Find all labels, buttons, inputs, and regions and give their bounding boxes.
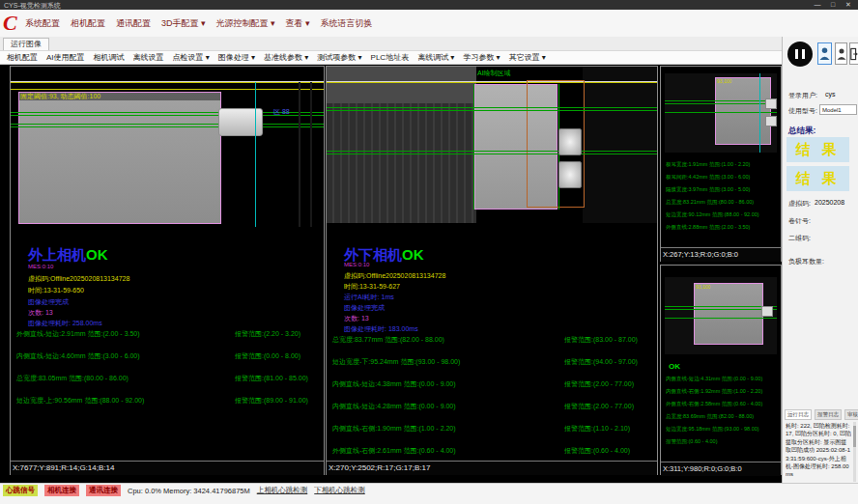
measurement-line: 极耳宽度:1.91mm 范围:(1.00 - 2.20) [666,161,750,168]
tool-learning-params[interactable]: 学习参数 ▾ [463,52,500,63]
camera-image-outer-upper[interactable]: 固定阈值:93, 动态阈值:100 区 88 [11,81,324,227]
menu-comm-config[interactable]: 通讯配置 [116,17,151,30]
camera-name: 外下相机 [344,247,402,263]
camera-image-outer-lower[interactable]: AI绘制区域 [327,67,657,223]
gripper-part [218,108,263,136]
measurement-row: 短边宽度-上:90.56mm 范围:(88.00 - 92.00) 报警范围:(… [16,396,324,405]
model-select[interactable]: Model1 [819,104,857,115]
pause-icon [795,49,798,59]
measurement-value: 内侧直线-短边:4.28mm 范围:(0.00 - 9.00) [332,402,456,411]
alarm-range: 报警范围:(2.20 - 3.20) [235,329,300,339]
measurement-value: 总宽度:83.05mm 范围:(80.00 - 86.00) [16,374,129,383]
user-icon [819,46,830,61]
tool-baseline-params[interactable]: 基准线参数 ▾ [264,52,308,63]
log-scrollbar[interactable] [853,422,856,482]
side-panel: 登录用户: cys 使用型号: Model1 总结果: 结 果 结 果 虚拟码:… [782,37,858,483]
measurement-row: 内侧直线-短边:4.28mm 范围:(0.00 - 9.00) 报警范围:(2.… [332,402,657,410]
process-time-line: 图像处理耗时: 183.00ms [344,324,418,334]
time-line: 时间:13-31-59-627 [344,282,400,292]
menu-system-config[interactable]: 系统配置 [25,17,60,30]
upper-camera-heartbeat-link[interactable]: 上相机心跳检测 [257,486,308,495]
negative-tab-count-label: 负极耳数量: [788,257,824,266]
measure-line [327,110,657,111]
measurement-value: 总宽度:83.77mm 范围:(82.00 - 88.00) [332,335,444,345]
tool-camera-debug[interactable]: 相机调试 [94,52,125,63]
menu-camera-config[interactable]: 相机配置 [71,17,105,30]
pause-button[interactable] [787,42,813,67]
cpu-memory-status: Cpu: 0.0% Memory: 3424.41796875M [128,487,250,495]
alarm-range: 报警范围:(89.00 - 91.00) [235,396,308,406]
measure-line [665,309,777,310]
result-box-upper: 结 果 [786,137,849,162]
tool-image-processing[interactable]: 图像处理 ▾ [218,52,255,63]
measurement-value: 外侧直线-短边:2.91mm 范围:(2.00 - 3.50) [16,329,140,339]
menu-view[interactable]: 查看 ▾ [286,17,310,30]
tool-other-settings[interactable]: 其它设置 ▾ [509,52,546,63]
close-button[interactable]: ✕ [841,0,856,10]
login-user-button[interactable] [817,42,832,65]
result-text: 结 果 [796,170,841,188]
barcode-line: 虚拟码:Offline2025020813134728 [28,274,129,284]
measurement-value: 内侧直线-右侧:1.90mm 范围:(1.00 - 2.20) [332,424,456,434]
alarm-range: 报警范围:(2.00 - 77.00) [564,379,634,389]
heartbeat-status-badge: 心跳信号 [3,485,38,496]
menu-items: 系统配置 相机配置 通讯配置 3D手配置 ▾ 光源控制配置 ▾ 查看 ▾ 系统语… [25,10,373,37]
time-line: 时间:13-31-59-650 [28,286,84,295]
tool-test-item-params[interactable]: 测试项参数 ▾ [317,52,361,63]
tool-camera-config[interactable]: 相机配置 [7,52,38,63]
camera-image-inner-lower[interactable]: 93,100 [665,277,777,354]
tool-spot-check-settings[interactable]: 点检设置 ▾ [173,52,210,63]
menu-language-switch[interactable]: 系统语言切换 [321,17,373,30]
pixel-coordinates-bar: X:267;Y:13;R:0;G:0;B:0 [661,247,781,262]
comm-connection-badge: 通讯连接 [86,485,121,496]
measurement-line: 报警范围:(0.60 - 4.00) [666,438,718,445]
measure-line [11,82,324,83]
reference-line [255,82,256,227]
login-user-value: cys [825,91,836,98]
menu-3d-hand-config[interactable]: 3D手配置 ▾ [161,17,206,30]
tool-offline-settings[interactable]: 离线设置 [133,52,164,63]
result-box-lower: 结 果 [786,166,849,191]
app-window: CYS-视觉检测系统 — □ ✕ C 系统配置 相机配置 通讯配置 3D手配置 … [0,0,858,504]
process-time-line: 图像处理耗时: 258.00ms [28,319,102,328]
lower-camera-heartbeat-link[interactable]: 下相机心跳检测 [314,486,365,495]
tool-offline-debug[interactable]: 离线调试 ▾ [417,52,454,63]
measurement-line: 内侧直线-短边:4.31mm 范围:(0.00 - 9.00) [666,376,762,382]
menu-light-control-config[interactable]: 光源控制配置 ▾ [216,17,275,30]
maximize-button[interactable]: □ [825,0,841,10]
alarm-range: 报警范围:(81.00 - 85.00) [235,374,308,383]
tool-plc-address-table[interactable]: PLC地址表 [371,52,410,63]
measure-line [327,151,657,152]
tab-run-image[interactable]: 运行图像 [3,38,49,50]
camera-image-inner-upper[interactable]: 93,100 [665,73,777,153]
pause-icon [802,49,805,59]
measurement-line: 隔膜宽度:3.97mm 范围:(3.00 - 5.00) [666,186,750,193]
measurement-line: 短边宽度:95.18mm 范围:(93.00 - 98.00) [666,426,759,433]
switch-user-button[interactable] [835,42,847,65]
measurement-line: 内侧直线-右侧:1.92mm 范围:(1.00 - 2.20) [666,388,762,395]
measurement-row: 总宽度:83.77mm 范围:(82.00 - 88.00) 报警范围:(83.… [332,335,657,344]
barcode-line: 虚拟码:Offline2025020813134728 [344,271,445,281]
measurement-line: 极耳间距:4.42mm 范围:(3.00 - 6.00) [666,174,750,181]
scrollbar-thumb[interactable] [853,426,856,447]
measurement-line: 短边宽度:90.12mm 范围:(88.00 - 92.00) [666,211,759,218]
electrode-tab [558,161,582,188]
count-line: 次数: 13 [28,308,53,318]
log-tab-run[interactable]: 运行日志 [785,409,812,420]
alarm-range: 报警范围:(94.00 - 97.00) [564,357,638,367]
measure-line [327,107,657,108]
exit-button[interactable] [849,42,858,65]
result-text: 结 果 [796,141,841,159]
background-structure [327,67,476,103]
camera-view-inner-lower: 93,100 OK 内侧直线-短边:4.31mm 范围:(0.00 - 9.00… [660,265,782,475]
tool-ai-usage-config[interactable]: AI使用配置 [46,52,85,63]
minimize-button[interactable]: — [810,0,825,10]
user-icon [837,47,846,61]
measurement-row: 外侧直线-短边:2.91mm 范围:(2.00 - 3.50) 报警范围:(2.… [16,329,324,338]
measure-line [473,84,474,210]
camera-name: 外上相机 [28,247,86,263]
measurement-value: 内侧直线-短边:4.60mm 范围:(3.00 - 6.00) [16,351,140,361]
log-tab-audit[interactable]: 审核日志 [844,409,858,420]
log-tab-alarm[interactable]: 报警日志 [815,409,842,420]
measurement-value: 短边宽度-下:95.24mm 范围:(93.00 - 98.00) [332,357,460,367]
